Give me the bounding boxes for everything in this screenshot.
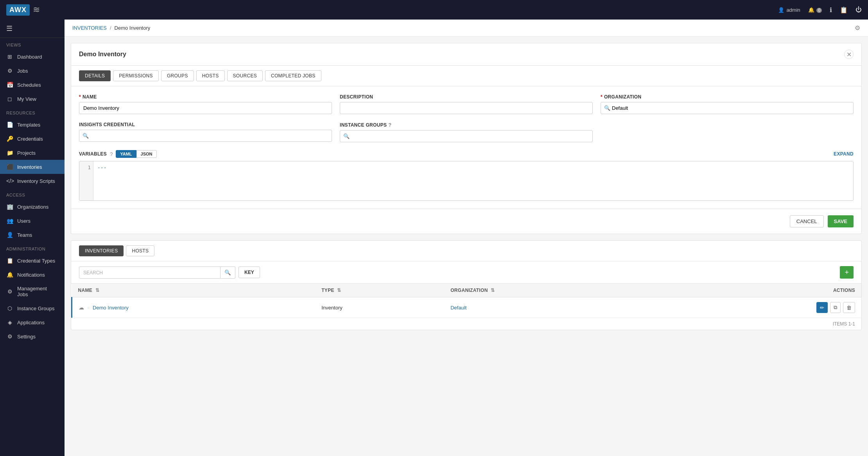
type-sort-icon[interactable]: ⇅ — [337, 288, 341, 293]
variables-section: VARIABLES ? YAML JSON EXPAND 1 — [79, 150, 854, 201]
panel-title: Demo Inventory — [79, 51, 126, 58]
main-layout: ☰ VIEWS ⊞ Dashboard ⚙ Jobs 📅 Schedules ◻… — [0, 20, 868, 456]
sidebar-item-dashboard[interactable]: ⊞ Dashboard — [0, 50, 65, 64]
resources-label: RESOURCES — [0, 106, 65, 118]
tab-permissions[interactable]: PERMISSIONS — [113, 70, 159, 81]
insights-credential-input[interactable] — [79, 130, 332, 142]
sidebar-toggle[interactable]: ☰ — [0, 20, 65, 38]
views-label: VIEWS — [0, 38, 65, 50]
json-toggle[interactable]: JSON — [136, 150, 157, 158]
add-button[interactable]: + — [840, 266, 854, 279]
delete-button[interactable]: 🗑 — [843, 302, 855, 313]
search-button[interactable]: 🔍 — [221, 266, 235, 279]
insights-credential-label: INSIGHTS CREDENTIAL — [79, 122, 332, 127]
cancel-button[interactable]: CANCEL — [790, 215, 824, 227]
organization-group: * ORGANIZATION 🔍 — [601, 94, 854, 114]
sidebar-item-credentials[interactable]: 🔑 Credentials — [0, 132, 65, 146]
sidebar-item-my-view[interactable]: ◻ My View — [0, 92, 65, 106]
sidebar-item-label: Credential Types — [17, 258, 55, 264]
variables-help-icon[interactable]: ? — [110, 151, 113, 157]
description-input[interactable] — [340, 102, 593, 114]
sidebar-item-projects[interactable]: 📁 Projects — [0, 146, 65, 160]
sidebar-item-management-jobs[interactable]: ⚙ Management Jobs — [0, 282, 65, 301]
sidebar-item-instance-groups[interactable]: ⬡ Instance Groups — [0, 301, 65, 315]
users-icon: 👥 — [6, 218, 13, 224]
copy-button[interactable]: ⧉ — [830, 302, 841, 313]
content-area: INVENTORIES / Demo Inventory ⚙ Demo Inve… — [65, 20, 868, 456]
sidebar-item-organizations[interactable]: 🏢 Organizations — [0, 200, 65, 214]
tab-hosts[interactable]: HOSTS — [196, 70, 225, 81]
instance-groups-icon: ⬡ — [6, 305, 13, 311]
inventories-icon: ⬛ — [6, 164, 13, 170]
sidebar-item-notifications[interactable]: 🔔 Notifications — [0, 268, 65, 282]
sidebar-item-credential-types[interactable]: 📋 Credential Types — [0, 254, 65, 268]
save-button[interactable]: SAVE — [828, 215, 854, 227]
notification-count: 0 — [816, 8, 822, 13]
code-content[interactable]: --- — [93, 161, 853, 200]
user-menu[interactable]: 👤 admin — [778, 7, 800, 13]
sidebar-item-users[interactable]: 👥 Users — [0, 214, 65, 228]
table-header-row: NAME ⇅ TYPE ⇅ ORGANIZATION ⇅ ACTIONS — [72, 284, 862, 297]
row-name-cell: ☁ ○ Demo Inventory — [72, 297, 316, 318]
expand-link[interactable]: EXPAND — [834, 151, 854, 157]
name-sort-icon[interactable]: ⇅ — [95, 288, 99, 293]
instance-groups-help-icon[interactable]: ? — [388, 122, 391, 128]
list-tab-hosts[interactable]: HOSTS — [126, 245, 154, 256]
sidebar-item-label: Inventories — [17, 164, 42, 170]
sidebar-item-label: Notifications — [17, 272, 45, 278]
description-label: DESCRIPTION — [340, 94, 593, 100]
form-body: * NAME DESCRIPTION * ORGANIZATION — [71, 86, 861, 209]
notification-bell[interactable]: 🔔 0 — [808, 7, 822, 13]
edit-button[interactable]: ✏ — [816, 302, 828, 313]
yaml-toggle[interactable]: YAML — [116, 150, 136, 158]
info-icon[interactable]: ℹ — [830, 6, 832, 14]
my-view-icon: ◻ — [6, 96, 13, 102]
list-tab-inventories[interactable]: INVENTORIES — [79, 245, 124, 256]
sidebar-item-label: Applications — [17, 320, 45, 325]
inventory-name-link[interactable]: Demo Inventory — [93, 305, 129, 311]
sidebar-item-inventories[interactable]: ⬛ Inventories — [0, 160, 65, 174]
insights-credential-input-container: 🔍 — [79, 130, 332, 142]
table-body: ☁ ○ Demo Inventory Inventory Default ✏ ⧉… — [72, 297, 862, 318]
organization-input[interactable] — [601, 102, 854, 114]
sidebar-item-inventory-scripts[interactable]: </> Inventory Scripts — [0, 174, 65, 188]
clipboard-icon[interactable]: 📋 — [840, 6, 848, 14]
organization-label: * ORGANIZATION — [601, 94, 854, 100]
settings-gear-icon[interactable]: ⚙ — [855, 24, 860, 32]
org-sort-icon[interactable]: ⇅ — [491, 288, 495, 293]
sidebar-item-settings[interactable]: ⚙ Settings — [0, 329, 65, 343]
table-head: NAME ⇅ TYPE ⇅ ORGANIZATION ⇅ ACTIONS — [72, 284, 862, 297]
header-right: 👤 admin 🔔 0 ℹ 📋 ⏻ — [778, 6, 862, 14]
search-container: 🔍 — [79, 266, 235, 279]
tab-groups[interactable]: GROUPS — [161, 70, 194, 81]
name-label: * NAME — [79, 94, 332, 100]
sidebar-item-templates[interactable]: 📄 Templates — [0, 118, 65, 132]
key-button[interactable]: KEY — [239, 266, 260, 278]
notifications-icon: 🔔 — [6, 272, 13, 278]
list-panel: INVENTORIES HOSTS 🔍 KEY + NAME — [71, 240, 862, 330]
sidebar-item-schedules[interactable]: 📅 Schedules — [0, 78, 65, 92]
tab-completed-jobs[interactable]: COMPLETED JOBS — [265, 70, 321, 81]
user-icon: 👤 — [778, 7, 784, 13]
tab-details[interactable]: DETAILS — [79, 70, 111, 81]
line-numbers: 1 — [79, 161, 93, 200]
sidebar-item-applications[interactable]: ◈ Applications — [0, 315, 65, 329]
sidebar-item-teams[interactable]: 👤 Teams — [0, 228, 65, 242]
col-header-name: NAME ⇅ — [72, 284, 316, 297]
instance-groups-input[interactable] — [340, 130, 593, 142]
credentials-icon: 🔑 — [6, 136, 13, 142]
sidebar-item-jobs[interactable]: ⚙ Jobs — [0, 64, 65, 78]
panel-close-button[interactable]: ✕ — [844, 50, 854, 59]
jobs-icon: ⚙ — [6, 68, 13, 74]
administration-label: ADMINISTRATION — [0, 242, 65, 254]
name-input[interactable] — [79, 102, 332, 114]
tab-sources[interactable]: SOURCES — [227, 70, 263, 81]
search-input[interactable] — [79, 266, 221, 279]
org-required-star: * — [601, 94, 603, 100]
sidebar-item-label: Inventory Scripts — [17, 178, 55, 184]
breadcrumb-parent[interactable]: INVENTORIES — [72, 25, 107, 31]
row-icons: ☁ ○ Demo Inventory — [79, 304, 309, 311]
row-type-cell: Inventory — [315, 297, 444, 318]
power-icon[interactable]: ⏻ — [855, 6, 862, 13]
organization-link[interactable]: Default — [450, 305, 466, 311]
